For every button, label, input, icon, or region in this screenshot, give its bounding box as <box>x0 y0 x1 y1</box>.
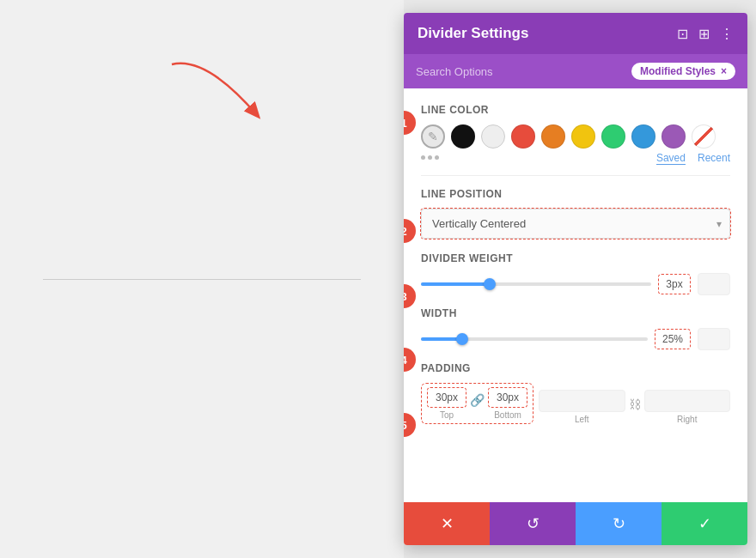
badge-1: 1 <box>404 111 416 135</box>
color-red[interactable] <box>511 124 535 149</box>
padding-bottom-group: 30px Bottom <box>488 387 527 420</box>
line-color-label: Line Color <box>421 104 730 116</box>
padding-top-value: 30px <box>435 391 459 403</box>
red-arrow <box>155 47 309 142</box>
color-yellow[interactable] <box>571 124 595 149</box>
badge-5: 5 <box>404 413 416 437</box>
canvas-divider-line <box>43 279 361 280</box>
divider-weight-track[interactable] <box>421 282 651 286</box>
padding-top-label: Top <box>440 410 454 420</box>
badge-2: 2 <box>404 219 416 243</box>
color-picker-swatch[interactable]: ✎ <box>421 124 445 149</box>
width-value[interactable]: 25% <box>655 329 691 349</box>
line-position-label: Line Position <box>421 188 730 200</box>
modified-styles-label: Modified Styles <box>640 65 716 77</box>
reset-button[interactable]: ↺ <box>490 502 576 545</box>
padding-right-input[interactable] <box>644 390 731 412</box>
cancel-button[interactable]: ✕ <box>404 502 490 545</box>
link-icon[interactable]: 🔗 <box>470 393 485 407</box>
more-icon[interactable]: ⋮ <box>720 26 734 42</box>
width-section: 25% <box>421 328 730 350</box>
width-label: Width <box>421 307 730 319</box>
width-unit-box <box>698 328 730 350</box>
padding-top-group: 30px Top <box>427 387 466 420</box>
padding-label: Padding <box>421 362 730 374</box>
divider-1 <box>421 175 730 176</box>
padding-top-input[interactable]: 30px <box>427 387 466 408</box>
dots-row <box>421 154 439 161</box>
line-position-select[interactable]: Vertically Centered Top Bottom <box>421 209 730 239</box>
line-position-select-wrapper: Vertically Centered Top Bottom ▾ <box>421 209 730 239</box>
divider-weight-unit-box <box>698 273 730 295</box>
divider-weight-section: 3px <box>421 273 730 295</box>
width-track[interactable] <box>421 337 648 341</box>
padding-left-input[interactable] <box>539 390 625 412</box>
color-swatches-row: ✎ <box>421 124 730 149</box>
padding-grid: 30px Top 🔗 30px Bottom <box>421 383 730 424</box>
badge-3: 3 <box>404 284 416 308</box>
padding-section: Padding 30px Top 🔗 30px <box>421 362 730 424</box>
saved-tab[interactable]: Saved <box>656 152 686 165</box>
search-placeholder[interactable]: Search Options <box>416 65 493 78</box>
padding-right-group: Right <box>644 390 731 424</box>
divider-weight-value[interactable]: 3px <box>658 274 691 294</box>
panel-header-icons: ⊡ ⊞ ⋮ <box>677 26 734 42</box>
modified-styles-close[interactable]: × <box>721 65 727 77</box>
color-striped[interactable] <box>692 124 716 149</box>
panel-content: 1 Line Color ✎ Saved Recent 2 <box>404 88 747 502</box>
padding-bottom-value: 30px <box>496 391 520 403</box>
padding-bottom-label: Bottom <box>494 410 521 420</box>
divider-weight-row: 3px <box>421 273 730 295</box>
grid-icon[interactable]: ⊞ <box>698 26 710 42</box>
redo-button[interactable]: ↻ <box>576 502 662 545</box>
fullscreen-icon[interactable]: ⊡ <box>677 26 688 42</box>
color-white[interactable] <box>481 124 505 149</box>
padding-left-group: Left <box>539 390 625 424</box>
padding-left-label: Left <box>575 415 589 424</box>
badge-4: 4 <box>404 348 416 372</box>
recent-tab[interactable]: Recent <box>698 152 730 165</box>
color-purple[interactable] <box>662 124 686 149</box>
color-green[interactable] <box>601 124 625 149</box>
color-blue[interactable] <box>631 124 655 149</box>
confirm-button[interactable]: ✓ <box>662 502 747 545</box>
panel-header: Divider Settings ⊡ ⊞ ⋮ <box>404 13 747 54</box>
panel-search-bar: Search Options Modified Styles × <box>404 54 747 88</box>
divider-settings-panel: Divider Settings ⊡ ⊞ ⋮ Search Options Mo… <box>404 13 747 545</box>
unlink-icon[interactable]: ⛓ <box>629 397 641 411</box>
color-orange[interactable] <box>541 124 565 149</box>
panel-title: Divider Settings <box>418 25 528 42</box>
panel-footer: ✕ ↺ ↻ ✓ <box>404 502 747 545</box>
padding-right-label: Right <box>677 415 697 424</box>
width-row: 25% <box>421 328 730 350</box>
color-black[interactable] <box>451 124 475 149</box>
padding-bottom-input[interactable]: 30px <box>488 387 527 408</box>
divider-weight-label: Divider Weight <box>421 252 730 264</box>
modified-styles-badge: Modified Styles × <box>631 63 735 80</box>
